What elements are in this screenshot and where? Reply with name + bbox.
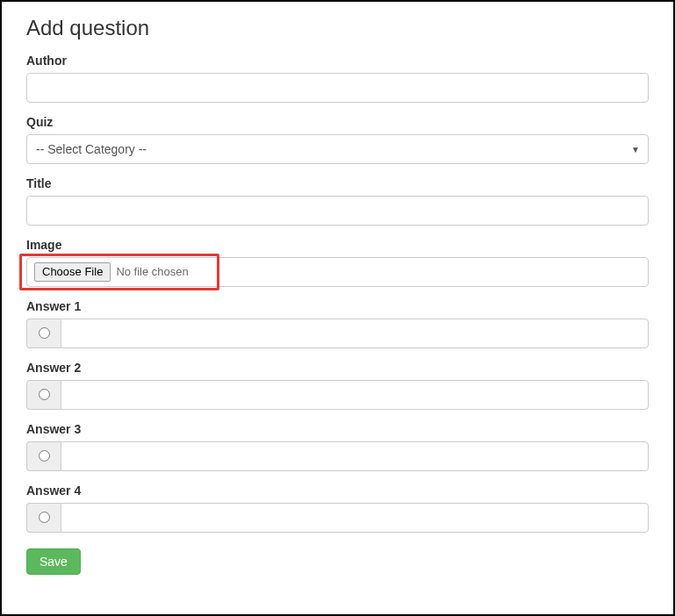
answer-4-label: Answer 4 <box>26 483 649 498</box>
answer-4-input[interactable] <box>61 503 649 533</box>
answer-3-label: Answer 3 <box>26 422 649 436</box>
answer-2-input[interactable] <box>61 380 649 410</box>
image-label: Image <box>26 238 649 252</box>
answer-1-radio[interactable] <box>39 327 50 339</box>
quiz-select[interactable]: -- Select Category -- <box>26 134 649 164</box>
answer-3-radio[interactable] <box>39 450 50 462</box>
answer-1-input-group <box>26 319 649 348</box>
page-frame: Add question Author Quiz -- Select Categ… <box>0 0 675 616</box>
answer-2-input-group <box>26 380 649 410</box>
answer-1-input[interactable] <box>61 319 649 348</box>
answer-4-addon <box>26 503 61 533</box>
title-label: Title <box>26 176 649 190</box>
quiz-select-wrap: -- Select Category -- ▼ <box>26 134 649 164</box>
answer-4-radio[interactable] <box>39 512 50 523</box>
answer-2-radio[interactable] <box>39 389 50 400</box>
author-group: Author <box>26 54 649 103</box>
answer-4-group: Answer 4 <box>26 483 649 533</box>
answer-1-addon <box>26 319 61 348</box>
author-input[interactable] <box>26 73 649 103</box>
answer-3-addon <box>26 441 61 471</box>
author-label: Author <box>26 54 649 68</box>
quiz-label: Quiz <box>26 115 649 129</box>
image-group: Image Choose File No file chosen <box>26 238 649 287</box>
answer-3-input[interactable] <box>61 441 649 471</box>
title-input[interactable] <box>26 196 649 226</box>
answer-1-group: Answer 1 <box>26 299 649 348</box>
answer-4-input-group <box>26 503 649 533</box>
image-file-row[interactable]: Choose File No file chosen <box>26 257 649 287</box>
save-button[interactable]: Save <box>26 548 81 575</box>
answer-2-label: Answer 2 <box>26 361 649 375</box>
choose-file-button[interactable]: Choose File <box>34 262 111 282</box>
file-status-text: No file chosen <box>116 265 188 278</box>
answer-2-addon <box>26 380 61 410</box>
answer-3-input-group <box>26 441 649 471</box>
title-group: Title <box>26 176 649 226</box>
answer-1-label: Answer 1 <box>26 299 649 313</box>
page-title: Add question <box>26 16 649 41</box>
quiz-group: Quiz -- Select Category -- ▼ <box>26 115 649 164</box>
answer-2-group: Answer 2 <box>26 361 649 410</box>
answer-3-group: Answer 3 <box>26 422 649 471</box>
